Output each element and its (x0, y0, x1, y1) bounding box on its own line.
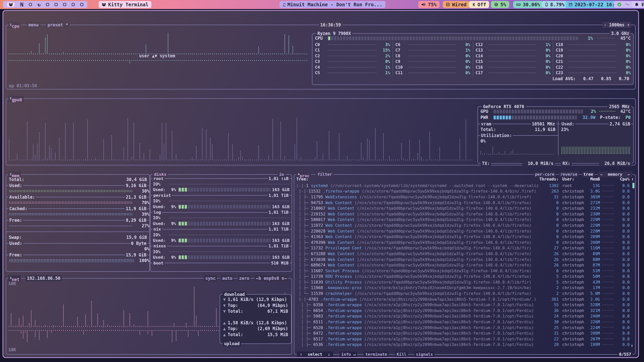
net-panel-title[interactable]: 3net (8, 275, 21, 281)
process-threads: 0 (539, 223, 559, 228)
bluetooth-widget[interactable]: Off (469, 1, 489, 8)
process-user: christoph (559, 263, 585, 267)
cpu-usage: 5% (500, 2, 506, 7)
process-row[interactable]: │ ├─ 94753 Web Content (/nix/store/fqadd… (294, 200, 635, 206)
process-cpu: 0.6 (616, 183, 630, 188)
memory-panel-title[interactable]: 2mem (8, 171, 21, 177)
network-widget[interactable]: Wired (443, 1, 469, 8)
process-row[interactable]: │ ├─ 673038 Web Content (/nix/store/fqad… (294, 257, 635, 262)
core-pct: 0% (539, 59, 550, 64)
process-row[interactable]: │ └─ 11539 crashhelper (/nix/store/fqadd… (294, 291, 635, 296)
process-row[interactable]: [-]~4783 .ferdium-wrappe (/nix/store/a1p… (294, 296, 635, 302)
process-row[interactable]: │ ├─ 5983 .ferdium-wrappe (/nix/store/a1… (294, 313, 635, 319)
process-row[interactable]: │ ├─ 479390 Web Content (/nix/store/fqad… (294, 240, 635, 245)
tree-branch: │ ├─ (296, 212, 311, 216)
per-core-button[interactable]: per-core (534, 171, 556, 177)
cpu-widget[interactable]: 5% (491, 1, 509, 8)
proc-panel-title[interactable]: 4proc (296, 171, 311, 177)
cpu-panel-title[interactable]: 1cpu (8, 22, 21, 28)
workspace-flame-icon[interactable]: ↻ (37, 2, 41, 8)
notification-widget[interactable] (632, 1, 641, 8)
signals-button[interactable]: signals (414, 351, 434, 357)
process-cpu: 0.0 (616, 274, 630, 279)
disk-widget[interactable]: 8.79% (542, 1, 568, 8)
interval-plus-button[interactable]: + (627, 22, 630, 27)
workspace-nix[interactable]: N (20, 2, 23, 8)
kill-button[interactable]: Kill (395, 351, 408, 357)
workspace-empty-icon[interactable] (46, 3, 49, 6)
workspace-active[interactable] (7, 2, 15, 7)
memory-widget[interactable]: 30.06% (513, 1, 543, 8)
volume-widget[interactable]: 75% (418, 1, 439, 8)
proc-scrollbar-thumb[interactable] (632, 183, 634, 188)
check-circle-icon[interactable] (617, 2, 622, 7)
process-row[interactable]: │ ├─ 6654 .ferdium-wrappe (/nix/store/a1… (294, 308, 635, 313)
process-row[interactable]: │ ├─ 11739 RDD Process (/nix/store/fqadd… (294, 274, 635, 280)
workspace-empty-icon[interactable] (29, 3, 32, 6)
process-row[interactable]: [-]-11532 .firefox-wrappe (/nix/store/fq… (294, 189, 635, 194)
disk-used-bar (179, 205, 270, 209)
process-command: (/nix/store/a1pj8hxirp2y2090nbwa7api3asi… (364, 314, 534, 319)
net-zero-button[interactable]: zero (238, 275, 251, 281)
net-sync-button[interactable]: sync (204, 275, 217, 281)
process-row[interactable]: │ ├─ 6517 .ferdium-wrappe (/nix/store/a1… (294, 336, 635, 342)
process-row[interactable]: │ ├─ 11732 Privileged Cont (/nix/store/f… (294, 245, 635, 251)
gpu-util-pct: 0% (480, 138, 486, 144)
music-widget[interactable]: ♫ Minuit Machine - Don't Run Fro... (279, 1, 385, 8)
process-row[interactable]: │ ├─ 689674 Web Content (/nix/store/fqad… (294, 262, 635, 268)
swap-free-label: Free: (8, 252, 23, 257)
process-row[interactable]: [-]-1 systemd (/run/current-system/syste… (294, 183, 635, 189)
process-row[interactable]: │ ├─ 6520 .ferdium-wrappe (/nix/store/a1… (294, 325, 635, 331)
core-label: C7 (395, 48, 406, 53)
gpu-panel-title[interactable]: 5gpu0 (8, 96, 24, 102)
workspace-empty-icon[interactable] (72, 3, 75, 6)
workspace-switcher[interactable]: N ↻ (3, 1, 87, 8)
process-row[interactable]: │ ├─ 6511 .ferdium-wrappe (/nix/store/a1… (294, 319, 635, 325)
vram-used-pct: 23% (561, 127, 569, 132)
core-label: C13 (476, 48, 486, 53)
workspace-empty-icon[interactable] (55, 3, 58, 6)
filter-button[interactable]: filter (316, 171, 334, 177)
tree-button[interactable]: tree (582, 171, 594, 177)
wave-icon[interactable] (625, 3, 630, 6)
process-command: (/nix/store/fqadd0bprwc5yw5k99xajbdqd1dz… (364, 246, 532, 250)
process-row[interactable]: │ ├─ 6350 .ferdium-wrappe (/nix/store/a1… (294, 302, 635, 308)
process-row[interactable]: │ ├─ 673288 Web Content (/nix/store/fqad… (294, 251, 635, 257)
process-row[interactable]: │ ├─ 580017 Web Content (/nix/store/fqad… (294, 217, 635, 223)
io-mode-button[interactable]: io (277, 171, 286, 177)
down-arrow-icon: ▼ (223, 297, 226, 302)
process-name: Privileged Cont (326, 246, 362, 250)
preset-button[interactable]: preset * (46, 22, 70, 28)
tree-branch: │ ├─ (296, 257, 311, 262)
info-button[interactable]: info ↵ (340, 351, 357, 357)
process-user: christoph (559, 297, 585, 302)
process-name: .ferdium-wrappe (320, 297, 357, 302)
process-row[interactable]: │ ├─ 11972 Web Content (/nix/store/fqadd… (294, 222, 635, 228)
terminate-button[interactable]: terminate (364, 351, 389, 357)
reverse-button[interactable]: reverse (559, 171, 579, 177)
sort-column-switcher[interactable]: ← memory → (598, 171, 632, 177)
scroll-down-indicator[interactable]: ↓ (631, 343, 633, 348)
process-row[interactable]: │ ├─ 11607 Socket Process (/nix/store/fq… (294, 268, 635, 274)
process-row[interactable]: │ ├─ 11795 WebExtensions (/nix/store/fqa… (294, 194, 635, 200)
process-row[interactable]: │ ├─ 6472 .ferdium-wrappe (/nix/store/a1… (294, 330, 635, 336)
net-auto-button[interactable]: auto (221, 275, 234, 281)
select-control[interactable]: ↑ select ↓ (297, 351, 333, 357)
window-title-pill[interactable]: Kitty Terminal (99, 1, 151, 8)
process-row[interactable]: │ ├─ 6536 .ferdium-wrappe (/nix/store/a1… (294, 342, 635, 348)
process-row[interactable]: │ ├─ 220028 Web Content (/nix/store/fqad… (294, 228, 635, 234)
phone-tray-icon[interactable] (641, 3, 644, 7)
process-row[interactable]: │ ├─ 218067 Web Content (/nix/store/fqad… (294, 205, 635, 211)
process-row[interactable]: │ ├─ 11968 .keepassxc-prox (/nix/store/b… (294, 285, 635, 291)
workspace-empty-icon[interactable] (63, 3, 66, 6)
net-interface-switcher[interactable]: ←b enp8s0 n→ (255, 275, 288, 281)
interval-minus-button[interactable]: - (604, 22, 607, 27)
disks-panel-title[interactable]: disks (152, 171, 168, 177)
core-meter (568, 55, 617, 57)
menu-button[interactable]: menu (27, 22, 40, 28)
process-row[interactable]: │ ├─ 41363 Web Content (/nix/store/fqadd… (294, 234, 635, 240)
process-name: Web Content (328, 229, 354, 234)
process-row[interactable]: │ ├─ 11839 Utility Process (/nix/store/f… (294, 279, 635, 285)
process-row[interactable]: │ ├─ 219152 Web Content (/nix/store/fqad… (294, 211, 635, 217)
workspace-empty-icon[interactable] (80, 3, 83, 6)
